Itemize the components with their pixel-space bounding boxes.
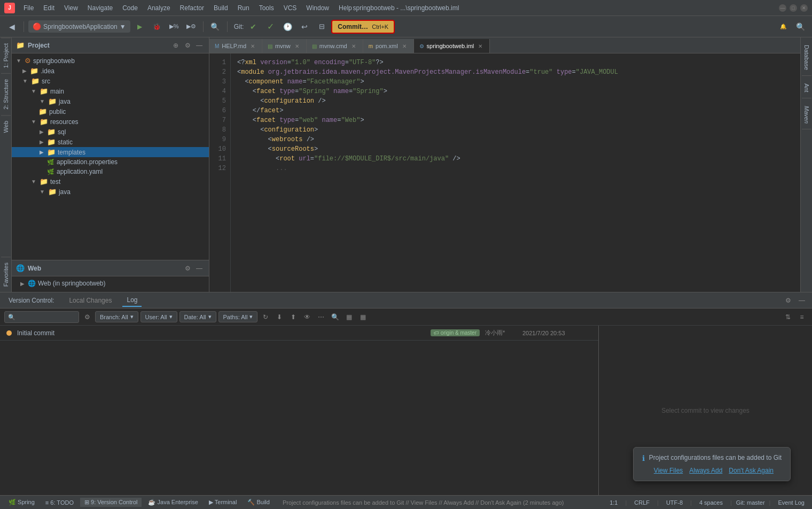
search-log[interactable]: 🔍: [329, 311, 341, 323]
tab-close-pom[interactable]: ✕: [401, 42, 408, 50]
date-filter[interactable]: Date: All ▾: [179, 311, 216, 322]
menu-tools[interactable]: Tools: [255, 3, 278, 13]
menu-vcs[interactable]: VCS: [279, 3, 301, 13]
git-history[interactable]: 🕐: [280, 19, 295, 34]
bottom-tab-local-changes[interactable]: Local Changes: [65, 295, 116, 306]
tab-close-mvnw[interactable]: ✕: [293, 42, 301, 50]
log-search-input[interactable]: [4, 311, 79, 323]
event-log[interactable]: Event Log: [775, 499, 808, 506]
status-indent[interactable]: 4 spaces: [696, 499, 726, 506]
tree-main[interactable]: ▼ 📁 main: [12, 86, 209, 96]
menu-file[interactable]: File: [19, 3, 38, 13]
menu-run[interactable]: Run: [233, 3, 254, 13]
always-add-link[interactable]: Always Add: [689, 467, 722, 474]
sidebar-tab-favorites[interactable]: Favorites: [1, 257, 11, 292]
status-encoding[interactable]: UTF-8: [663, 499, 686, 506]
tab-mvnw[interactable]: ▤ mvnw ✕: [262, 39, 307, 53]
status-line-endings[interactable]: CRLF: [631, 499, 653, 506]
right-tab-maven[interactable]: Maven: [802, 101, 811, 129]
menu-build[interactable]: Build: [209, 3, 232, 13]
fetch-btn[interactable]: ⬇: [274, 311, 285, 323]
status-todo-tab[interactable]: ≡ 6: TODO: [41, 498, 78, 507]
menu-edit[interactable]: Edit: [39, 3, 59, 13]
tab-close-mvnw-cmd[interactable]: ✕: [350, 42, 357, 50]
status-terminal-tab[interactable]: ▶ Terminal: [205, 498, 241, 507]
sidebar-tab-project[interactable]: 1: Project: [1, 37, 11, 73]
vc-settings-btn[interactable]: ⚙: [782, 295, 794, 306]
tree-java-main[interactable]: ▼ 📁 java: [12, 96, 209, 106]
tab-close-help[interactable]: ✕: [249, 42, 256, 50]
menu-analyze[interactable]: Analyze: [143, 3, 175, 13]
right-tab-database[interactable]: Database: [802, 40, 811, 76]
status-position[interactable]: 1:1: [606, 499, 621, 506]
web-in-springbootweb[interactable]: ▶ 🌐 Web (in springbootweb): [16, 279, 205, 288]
tree-app-props[interactable]: 🌿 application.properties: [12, 157, 209, 167]
right-tab-ant[interactable]: Ant: [802, 78, 811, 98]
commit-button[interactable]: Commit… Ctrl+K: [331, 20, 395, 34]
tab-mvnw-cmd[interactable]: ▤ mvnw.cmd ✕: [307, 39, 363, 53]
web-minimize-btn[interactable]: —: [194, 263, 205, 274]
close-button[interactable]: ✕: [800, 4, 808, 12]
status-spring-tab[interactable]: 🌿 Spring: [4, 498, 39, 507]
coverage-button[interactable]: ▶%: [167, 19, 182, 34]
git-tick[interactable]: ✓: [263, 19, 278, 34]
tree-idea[interactable]: ▶ 📁 .idea: [12, 66, 209, 76]
profile-button[interactable]: ▶⚙: [184, 19, 199, 34]
menu-navigate[interactable]: Navigate: [83, 3, 117, 13]
settings-btn2[interactable]: ≡: [796, 311, 808, 323]
maximize-button[interactable]: □: [790, 4, 797, 12]
project-minimize-btn[interactable]: —: [194, 40, 205, 51]
tree-src[interactable]: ▼ 📁 src: [12, 76, 209, 86]
commit-row[interactable]: Initial commit 🏷 origin & master 冷小雨* 20…: [0, 326, 598, 341]
notifications-button[interactable]: 🔔: [776, 19, 791, 34]
run-button[interactable]: ▶: [132, 19, 147, 34]
menu-refactor[interactable]: Refactor: [176, 3, 208, 13]
code-editor[interactable]: 1 2 3 4 5 6 7 8 9 10 11 12 <?xml version…: [209, 53, 800, 292]
debug-button[interactable]: 🐞: [150, 19, 165, 34]
tree-templates[interactable]: ▶ 📁 templates: [12, 147, 209, 157]
git-checkmark[interactable]: ✔: [246, 19, 261, 34]
tree-public[interactable]: 📁 public: [12, 106, 209, 117]
eye-btn[interactable]: 👁: [301, 311, 313, 323]
search-everywhere[interactable]: 🔍: [208, 19, 223, 34]
status-build-tab[interactable]: 🔨 Build: [243, 498, 274, 507]
project-settings-btn[interactable]: ⚙: [182, 40, 193, 51]
tab-close-iml[interactable]: ✕: [477, 42, 484, 50]
cherry-pick[interactable]: ⋯: [315, 311, 327, 323]
git-compare[interactable]: ⊟: [314, 19, 329, 34]
col1-btn[interactable]: ▦: [343, 311, 355, 323]
status-java-enterprise-tab[interactable]: ☕ Java Enterprise: [144, 498, 202, 507]
bottom-tab-log[interactable]: Log: [122, 294, 142, 307]
tree-test[interactable]: ▼ 📁 test: [12, 176, 209, 187]
tree-root[interactable]: ▼ ⚙ springbootweb: [12, 56, 209, 66]
branch-filter[interactable]: Branch: All ▾: [95, 311, 138, 322]
tree-java-test[interactable]: ▼ 📁 java: [12, 187, 209, 197]
code-content[interactable]: <?xml version="1.0" encoding="UTF-8"?> <…: [231, 53, 800, 292]
tab-help-md[interactable]: M HELP.md ✕: [209, 39, 262, 53]
user-filter[interactable]: User: All ▾: [140, 311, 177, 322]
col2-btn[interactable]: ▦: [357, 311, 369, 323]
push-btn[interactable]: ⬆: [287, 311, 299, 323]
minimize-button[interactable]: —: [779, 4, 786, 12]
tree-resources[interactable]: ▼ 📁 resources: [12, 117, 209, 127]
tree-sql[interactable]: ▶ 📁 sql: [12, 127, 209, 137]
project-scope-btn[interactable]: ⊕: [170, 40, 181, 51]
web-settings-btn[interactable]: ⚙: [182, 263, 193, 274]
menu-view[interactable]: View: [60, 3, 82, 13]
status-branch[interactable]: Git: master: [736, 499, 765, 506]
refresh-btn[interactable]: ↻: [260, 311, 271, 323]
back-button[interactable]: ◀: [4, 19, 19, 34]
dont-ask-link[interactable]: Don't Ask Again: [729, 467, 774, 474]
tab-springbootweb-iml[interactable]: ⚙ springbootweb.iml ✕: [414, 39, 490, 53]
tree-app-yaml[interactable]: 🌿 application.yaml: [12, 167, 209, 176]
tab-pom-xml[interactable]: m pom.xml ✕: [363, 39, 414, 53]
menu-code[interactable]: Code: [118, 3, 142, 13]
expand-btn[interactable]: ⇅: [782, 311, 794, 323]
sidebar-tab-structure[interactable]: 2: Structure: [1, 73, 11, 115]
filter-btn[interactable]: ⚙: [81, 311, 93, 323]
vc-minimize-btn[interactable]: —: [796, 295, 808, 306]
menu-window[interactable]: Window: [302, 3, 333, 13]
sidebar-tab-web[interactable]: Web: [1, 115, 11, 138]
search-button[interactable]: 🔍: [793, 19, 808, 34]
tree-static[interactable]: ▶ 📁 static: [12, 137, 209, 147]
